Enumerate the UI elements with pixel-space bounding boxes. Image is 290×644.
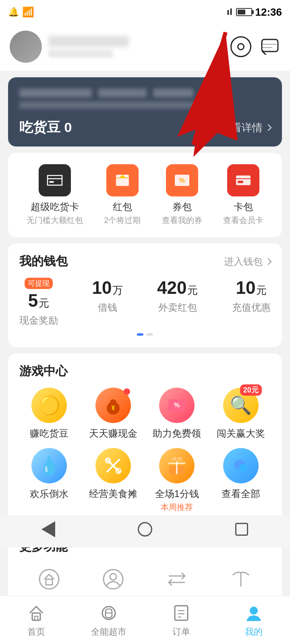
bubble-icon: [231, 456, 251, 476]
status-bar: 🔔 📶 ıl 12:36: [0, 0, 290, 24]
cash-amount: 5元: [28, 291, 49, 311]
account-card: 吃货豆 0 查看详情: [8, 77, 282, 147]
wallet-title: 我的钱包: [19, 253, 68, 270]
game-free-claim[interactable]: % 助力免费领: [147, 388, 207, 440]
card-bottom: 吃货豆 0 查看详情: [19, 118, 271, 137]
svg-point-28: [239, 464, 247, 471]
food-stall-label: 经营美食摊: [89, 487, 137, 500]
game-header: 游戏中心: [19, 363, 271, 380]
home-icon: [138, 522, 152, 537]
wallet-recharge[interactable]: 10元 充值优惠: [232, 278, 271, 327]
view-all-label: 查看全部: [222, 487, 260, 500]
food-stall-wrap: [95, 448, 131, 483]
more-item-3[interactable]: [147, 563, 207, 595]
card-svg-icon: [46, 171, 64, 189]
nav-orders-icon: [171, 603, 192, 623]
message-icon: [261, 39, 279, 55]
wifi-icon: 📶: [22, 6, 34, 18]
more-icon-3: [161, 563, 193, 595]
svg-rect-0: [262, 39, 278, 52]
money-bag-icon: ¥: [103, 395, 123, 415]
daily-earn-label: 天天赚现金: [89, 427, 137, 440]
quick-actions: 超级吃货卡 无门槛大额红包 红包 2个将过期 % 券包 查看我的券: [8, 153, 282, 237]
time-display: 12:36: [255, 6, 282, 19]
svg-text:%: %: [179, 177, 185, 184]
free-claim-label: 助力免费领: [153, 427, 201, 440]
action-coupon[interactable]: % 券包 查看我的券: [162, 164, 202, 226]
red-packet-icon: [106, 164, 139, 196]
game-win-prize[interactable]: 🔍 20元 闯关赢大奖: [211, 388, 271, 440]
earn-beans-label: 赚吃货豆: [30, 427, 68, 440]
wallet-cash-reward[interactable]: 可提现 5元 现金奖励: [19, 278, 58, 327]
coupon-svg-icon: %: [173, 171, 191, 189]
bottom-nav: 首页 全能超市 订单 我的: [0, 596, 290, 644]
game-section: 游戏中心 🟡 赚吃货豆 ¥ 天天赚现金: [8, 353, 282, 522]
svg-point-42: [250, 607, 258, 615]
home-nav-icon: [27, 603, 46, 623]
nav-mine-icon: [243, 603, 264, 623]
settings-outline-icon: [229, 567, 253, 591]
transfer-icon: [165, 567, 189, 591]
svg-point-32: [110, 574, 116, 580]
nav-mine[interactable]: 我的: [218, 603, 290, 638]
scissors-icon: [103, 456, 123, 476]
status-left: 🔔 📶: [8, 6, 34, 18]
svg-rect-38: [175, 606, 188, 620]
game-daily-earn[interactable]: ¥ 天天赚现金: [83, 388, 143, 440]
orders-nav-icon: [172, 603, 191, 623]
food-stall-icon: [95, 448, 131, 483]
beans-display: 吃货豆 0: [19, 118, 72, 137]
win-prize-wrap: 🔍 20元: [223, 388, 259, 423]
game-food-stall[interactable]: 经营美食摊: [83, 448, 143, 513]
mine-nav-icon: [244, 603, 263, 623]
scan-icon: [237, 43, 244, 50]
pour-water-icon: 💧: [31, 448, 67, 483]
svg-text:¥: ¥: [111, 405, 115, 411]
more-item-2[interactable]: [83, 563, 143, 595]
wallet-section: 我的钱包 进入钱包 可提现 5元 现金奖励 10万 借钱 420元 外卖红包: [8, 244, 282, 347]
user-subtitle: [48, 50, 113, 58]
wallet-link[interactable]: 进入钱包: [224, 255, 271, 268]
action-super-card[interactable]: 超级吃货卡 无门槛大额红包: [27, 164, 83, 226]
nav-orders[interactable]: 订单: [145, 603, 218, 638]
card-wallet-icon: [227, 164, 259, 196]
daily-earn-badge: [124, 388, 130, 395]
red-packet-label: 红包: [113, 200, 132, 213]
action-red-packet[interactable]: 红包 2个将过期: [104, 164, 141, 226]
game-view-all[interactable]: 查看全部: [211, 448, 271, 513]
home-button[interactable]: [137, 521, 153, 537]
card-detail-link[interactable]: 查看详情: [221, 121, 271, 135]
super-card-sub: 无门槛大额红包: [27, 215, 83, 226]
card-blur3: [153, 89, 193, 97]
game-earn-beans[interactable]: 🟡 赚吃货豆: [19, 388, 79, 440]
game-pour-water[interactable]: 💧 欢乐倒水: [19, 448, 79, 513]
wallet-link-label: 进入钱包: [224, 255, 263, 268]
dot-1: [137, 333, 143, 336]
game-one-fen[interactable]: +0.01 全场1分钱 本周推荐: [147, 448, 207, 513]
action-card-wallet[interactable]: 卡包 查看会员卡: [223, 164, 263, 226]
gift-icon: +0.01: [167, 456, 187, 476]
delivery-label: 外卖红包: [158, 301, 197, 314]
more-item-1[interactable]: [19, 563, 79, 595]
delivery-amount: 420元: [157, 278, 198, 298]
avatar[interactable]: [10, 31, 42, 63]
more-item-4[interactable]: [211, 563, 271, 595]
super-card-label: 超级吃货卡: [31, 200, 79, 213]
wallet-loan[interactable]: 10万 借钱: [92, 278, 123, 327]
coupon-sub: 查看我的券: [162, 215, 202, 226]
nav-home[interactable]: 首页: [0, 603, 72, 638]
signal-bars: ıl: [227, 7, 232, 17]
wallet-delivery-red[interactable]: 420元 外卖红包: [157, 278, 198, 327]
scan-button[interactable]: [230, 36, 251, 57]
one-fen-icon: +0.01: [159, 448, 195, 483]
recents-button[interactable]: [234, 521, 250, 537]
game-title: 游戏中心: [19, 363, 68, 380]
svg-point-15: [110, 399, 116, 404]
packet-svg-icon: [114, 171, 131, 189]
nav-market[interactable]: 全能超市: [72, 603, 145, 638]
status-right: ıl 12:36: [227, 6, 282, 19]
back-button[interactable]: [40, 521, 56, 537]
recharge-amount: 10元: [236, 278, 267, 298]
view-all-icon: [223, 448, 259, 483]
message-button[interactable]: [259, 36, 280, 57]
